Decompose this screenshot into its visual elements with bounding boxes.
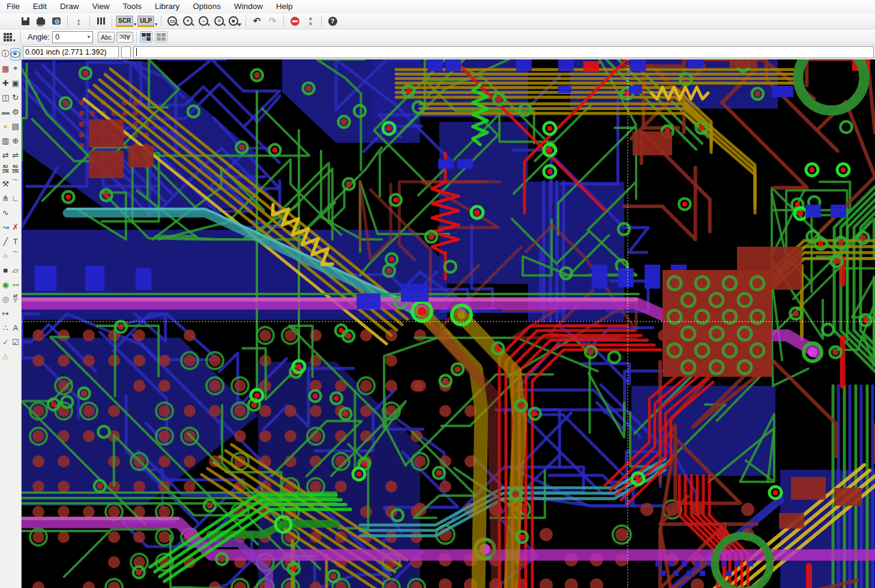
delete-button[interactable]: ▥ (1, 134, 11, 147)
separator (161, 16, 161, 26)
arc-button[interactable]: ⌒ (11, 250, 21, 262)
fanout-icon: ∴ (3, 323, 8, 332)
move-button[interactable]: ✚ (1, 77, 11, 89)
menu-window[interactable]: Window (227, 1, 269, 12)
menu-tools[interactable]: Tools (116, 1, 149, 12)
polygon-button[interactable]: ▱ (11, 264, 21, 277)
magnifier-icon: ■ (229, 16, 238, 26)
run-ulp-button[interactable]: ULP▾ (137, 14, 157, 28)
paste-button[interactable]: ▤ (11, 120, 21, 133)
group-button[interactable]: ▬ (1, 106, 11, 118)
smash-button[interactable]: ⚒ (1, 178, 11, 190)
zoom-redraw-button[interactable]: ■▾ (227, 14, 242, 28)
split-button[interactable]: ⋔ (1, 192, 11, 205)
dimension-button[interactable]: ↦ (1, 307, 11, 320)
zoom-in-button[interactable]: + (181, 14, 195, 28)
label-button[interactable]: A (11, 322, 21, 334)
command-toolbar-row: ○⌒ (0, 248, 21, 263)
print-button[interactable] (34, 14, 48, 28)
menu-file[interactable]: File (0, 1, 26, 12)
optimize-button[interactable]: ∟ (11, 192, 21, 205)
save-icon (22, 17, 29, 25)
angle-select[interactable]: 0 ▾ (52, 31, 93, 43)
command-toolbar-row: ⚠ (0, 349, 21, 364)
menu-library[interactable]: Library (148, 1, 186, 12)
abc-label: Abc (101, 34, 112, 41)
cam-processor-button[interactable] (49, 14, 64, 28)
attribute-button[interactable]: AT⌁ (11, 293, 21, 305)
zoom-out-button[interactable]: − (196, 14, 211, 28)
pinswap-button[interactable]: ⇄ (1, 149, 11, 161)
redo-icon: ↷ (269, 16, 277, 26)
command-toolbar-row: ↝✗ (0, 220, 21, 234)
wire-button[interactable]: ╱ (1, 235, 11, 248)
command-toolbar-row: ⋔∟ (0, 191, 21, 205)
command-toolbar-row: ■▱ (0, 263, 21, 277)
ripup-button[interactable]: ✗ (11, 221, 21, 233)
drc-button[interactable]: ☑ (11, 336, 21, 349)
value-button[interactable]: R210k (11, 163, 21, 176)
mark-button[interactable]: ⌖ (11, 62, 21, 75)
run-script-button-label: SCR (116, 16, 133, 27)
command-toolbar-row: ●▤ (0, 119, 21, 133)
route-button[interactable]: ↝ (1, 221, 11, 233)
via-icon: ◉ (2, 280, 9, 289)
replace-button[interactable]: ⇌ (11, 149, 21, 161)
menu-view[interactable]: View (86, 1, 116, 12)
zoom-fit-button[interactable]: ▭ (165, 14, 179, 28)
ratsnest-icon: ✓ (2, 338, 9, 347)
circle-button[interactable]: ○ (1, 250, 11, 262)
fanout-button[interactable]: ∴ (1, 322, 11, 334)
ratsnest-button[interactable]: ✓ (1, 336, 11, 349)
menu-draw[interactable]: Draw (53, 1, 86, 12)
mirror-button[interactable]: ◫ (1, 91, 11, 104)
command-input[interactable] (133, 46, 874, 58)
undo-button[interactable]: ↶ (250, 14, 264, 28)
menu-edit[interactable]: Edit (26, 1, 53, 12)
change-button[interactable]: ⚙ (11, 106, 21, 118)
text-normal-button[interactable]: Abc (98, 32, 115, 43)
board-canvas[interactable] (22, 59, 875, 588)
info-button[interactable]: ⓘ (1, 48, 10, 61)
meander-icon: ∿ (2, 208, 9, 217)
open-board-button[interactable] (2, 14, 17, 28)
display-layers-button[interactable]: ▦ (1, 62, 11, 75)
ripup-icon: ✗ (12, 223, 19, 232)
display-mode-button[interactable] (140, 31, 152, 43)
display-layers-icon: ▦ (2, 64, 9, 73)
name-button[interactable]: R210k (1, 163, 11, 176)
menu-options[interactable]: Options (186, 1, 227, 12)
layer-settings-button[interactable] (94, 14, 108, 28)
traffic-light-button[interactable] (303, 14, 317, 28)
via-button[interactable]: ◉ (1, 278, 11, 291)
rect-button[interactable]: ■ (1, 264, 11, 277)
text-mirrored-button[interactable]: Abc (116, 32, 133, 43)
display-mode-alt-button[interactable] (155, 31, 167, 43)
miter-button[interactable]: ⌒ (11, 178, 21, 190)
grid-button[interactable]: ▾ (2, 31, 17, 44)
save-button[interactable] (18, 14, 32, 28)
help-button[interactable]: ? (325, 14, 340, 28)
redo-button[interactable]: ↷ (265, 14, 280, 28)
copy-button[interactable]: ▣ (11, 77, 21, 89)
cut-icon: ● (3, 122, 8, 131)
meander-button[interactable]: ∿ (1, 206, 11, 219)
separator (136, 32, 137, 43)
cut-button[interactable]: ● (1, 120, 11, 133)
signal-button[interactable]: o–o (11, 278, 21, 291)
command-toolbar-row: ▦⌖ (0, 61, 21, 76)
command-toolbar-row: ↦ (0, 306, 21, 320)
errors-button[interactable]: ⚠ (1, 350, 11, 363)
fit-drawing-button[interactable]: ↕ (71, 14, 86, 28)
show-button[interactable] (10, 48, 20, 61)
add-button[interactable]: ⊕ (11, 134, 21, 147)
run-script-button[interactable]: SCR▾ (116, 14, 136, 28)
move-icon: ✚ (2, 79, 9, 88)
stop-button[interactable] (287, 14, 302, 28)
hole-button[interactable]: ◎ (1, 293, 11, 305)
text-button[interactable]: T (11, 235, 21, 248)
menu-help[interactable]: Help (269, 1, 299, 12)
command-toolbar-row: ▬⚙ (0, 104, 21, 119)
rotate-button[interactable]: ↻ (11, 91, 21, 104)
zoom-select-button[interactable]: = (212, 14, 226, 28)
